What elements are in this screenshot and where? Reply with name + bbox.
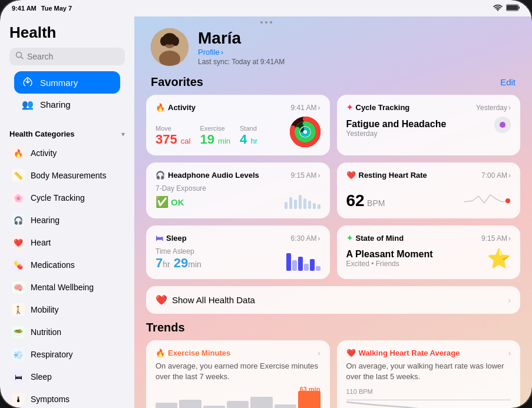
categories-chevron-icon: ▾	[121, 130, 125, 138]
exercise-trend-card[interactable]: 🔥 Exercise Minutes › On average, you ear…	[146, 340, 330, 408]
search-icon	[15, 51, 24, 62]
main-panel: María Profile › Last sync: Today at 9:41…	[134, 16, 532, 408]
sleep-card-icon: 🛏	[156, 234, 163, 243]
category-activity[interactable]: 🔥 Activity	[5, 142, 130, 164]
mobility-icon: 🚶	[12, 303, 25, 316]
walking-hr-chart: 110 BPM	[346, 388, 511, 408]
svg-line-4	[21, 57, 24, 59]
search-bar[interactable]: 🎤	[9, 48, 125, 65]
category-symptoms[interactable]: 🌡 Symptoms	[5, 388, 130, 408]
edit-button[interactable]: Edit	[500, 77, 516, 87]
sleep-card-title: 🛏 Sleep	[156, 234, 187, 243]
activity-card-icon: 🔥	[156, 103, 165, 112]
cycle-tracking-card[interactable]: ✦ Cycle Tracking Yesterday › Fatigue and…	[337, 95, 521, 155]
walking-hr-trend-card[interactable]: ❤️ Walking Heart Rate Average › On avera…	[337, 340, 521, 408]
body-icon: 📏	[12, 169, 25, 182]
sleep-chart	[286, 253, 320, 271]
activity-icon: 🔥	[12, 147, 25, 160]
sharing-icon: 👥	[21, 99, 34, 110]
state-icon: ✦	[346, 234, 353, 243]
svg-rect-2	[518, 6, 520, 9]
heart-rate-chevron-icon: ›	[508, 171, 511, 180]
resting-heart-rate-card[interactable]: ❤️ Resting Heart Rate 7:00 AM › 62	[337, 162, 521, 218]
activity-card[interactable]: 🔥 Activity 9:41 AM › Move	[146, 95, 330, 155]
cycle-card-time: Yesterday ›	[476, 104, 511, 112]
headphone-card-time: 9:15 AM ›	[290, 171, 320, 180]
status-bar: 9:41 AM Tue May 7	[0, 0, 532, 16]
show-all-button[interactable]: ❤️ Show All Health Data ›	[146, 286, 520, 314]
category-list: 🔥 Activity 📏 Body Measurements 🌸 Cycle T…	[0, 142, 134, 408]
heart-icon: ❤️	[12, 236, 25, 249]
category-body-measurements[interactable]: 📏 Body Measurements	[5, 164, 130, 187]
summary-icon	[21, 77, 34, 88]
state-card-time: 9:15 AM ›	[481, 234, 511, 243]
stand-value: 4 hr	[240, 132, 257, 147]
sleep-icon: 🛏	[12, 370, 25, 383]
nav-sharing[interactable]: 👥 Sharing	[14, 94, 120, 115]
favorites-title: Favorites	[151, 75, 203, 89]
search-input[interactable]	[27, 52, 130, 61]
trends-title: Trends	[146, 321, 520, 334]
heart-rate-icon: ❤️	[346, 171, 356, 180]
hearing-icon: 🎧	[12, 214, 25, 227]
profile-header: María Profile › Last sync: Today at 9:41…	[134, 16, 532, 75]
category-heart[interactable]: ❤️ Heart	[5, 231, 130, 254]
ok-badge: ✅ OK	[156, 195, 184, 208]
symptoms-icon: 🌡	[12, 393, 25, 406]
sidebar: Health 🎤 Summa	[0, 16, 134, 408]
category-respiratory[interactable]: 💨 Respiratory	[5, 343, 130, 366]
nav-sharing-label: Sharing	[40, 99, 71, 110]
category-mental-wellbeing[interactable]: 🧠 Mental Wellbeing	[5, 276, 130, 298]
nutrition-icon: 🥗	[12, 326, 25, 339]
app-title: Health	[9, 24, 125, 42]
category-nutrition[interactable]: 🥗 Nutrition	[5, 321, 130, 343]
cycle-card-title: ✦ Cycle Tracking	[346, 103, 410, 112]
trends-section: Trends 🔥 Exercise Minutes › On average, …	[134, 321, 532, 408]
avatar[interactable]	[151, 28, 189, 66]
profile-chevron-icon: ›	[221, 48, 223, 57]
heart-rate-metrics: 62 BPM	[346, 184, 511, 210]
show-all-chevron-icon: ›	[508, 296, 511, 305]
profile-sync: Last sync: Today at 9:41AM	[198, 58, 285, 66]
cycle-card-icon: ✦	[346, 103, 353, 112]
headphone-icon: 🎧	[156, 171, 165, 180]
exercise-value: 19 min	[200, 132, 230, 147]
walking-hr-chevron-icon: ›	[508, 349, 511, 357]
star-icon: ⭐	[487, 247, 511, 270]
device-frame: 9:41 AM Tue May 7 Health	[0, 0, 532, 408]
exercise-trend-title: 🔥 Exercise Minutes ›	[156, 349, 320, 357]
profile-info: María Profile › Last sync: Today at 9:41…	[198, 29, 285, 66]
cycle-content: Fatigue and Headache Yesterday	[346, 119, 447, 138]
category-cycle-tracking[interactable]: 🌸 Cycle Tracking	[5, 187, 130, 209]
health-categories-title: Health Categories	[9, 130, 75, 138]
profile-name: María	[198, 29, 285, 48]
svg-point-17	[505, 198, 510, 203]
heart-rate-card-title: ❤️ Resting Heart Rate	[346, 171, 427, 180]
audio-bars	[285, 195, 320, 209]
nav-summary-label: Summary	[40, 78, 78, 88]
state-of-mind-card[interactable]: ✦ State of Mind 9:15 AM › A Pleasant Mom…	[337, 225, 521, 279]
headphone-card[interactable]: 🎧 Headphone Audio Levels 9:15 AM › 7-Day…	[146, 162, 330, 218]
state-card-title: ✦ State of Mind	[346, 234, 404, 243]
favorites-header: Favorites Edit	[134, 75, 532, 95]
wifi-icon	[493, 4, 503, 12]
sleep-card-time: 6:30 AM ›	[290, 234, 320, 243]
category-sleep[interactable]: 🛏 Sleep	[5, 366, 130, 388]
nav-summary[interactable]: Summary	[14, 71, 120, 94]
walking-hr-trend-title: ❤️ Walking Heart Rate Average ›	[346, 349, 511, 357]
sleep-card[interactable]: 🛏 Sleep 6:30 AM › Time Asleep	[146, 225, 330, 279]
category-medications[interactable]: 💊 Medications	[5, 254, 130, 276]
heart-rate-chart	[464, 184, 511, 210]
three-dots	[260, 21, 272, 24]
favorites-grid: 🔥 Activity 9:41 AM › Move	[134, 95, 532, 286]
category-mobility[interactable]: 🚶 Mobility	[5, 298, 130, 321]
profile-link[interactable]: Profile ›	[198, 48, 285, 57]
walking-hr-line	[346, 396, 511, 408]
status-time: 9:41 AM	[12, 5, 37, 12]
health-categories-header[interactable]: Health Categories ▾	[0, 125, 134, 142]
cycle-icon: 🌸	[12, 191, 25, 204]
state-content: A Pleasant Moment Excited • Friends ⭐	[346, 247, 511, 270]
category-hearing[interactable]: 🎧 Hearing	[5, 209, 130, 231]
status-date: Tue May 7	[41, 5, 72, 12]
respiratory-icon: 💨	[12, 348, 25, 361]
